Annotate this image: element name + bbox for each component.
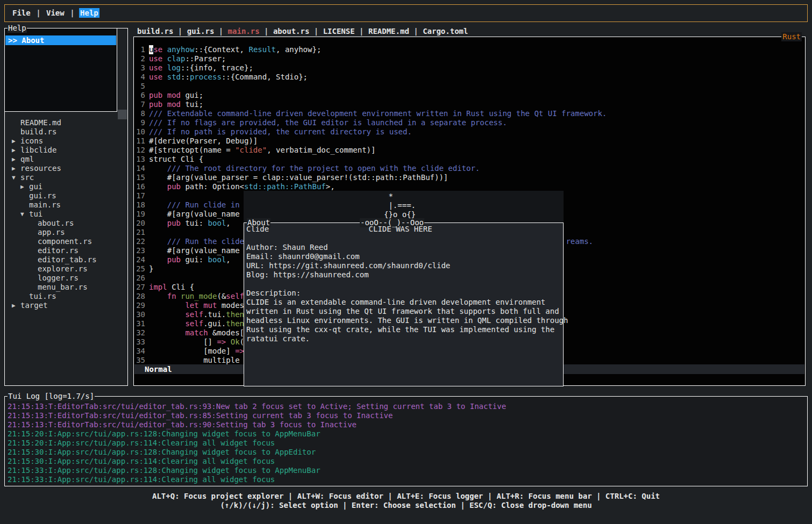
code-token: gui; (185, 91, 203, 100)
line-number: 21 (134, 228, 145, 237)
code-line[interactable]: 14 /// The root directory for the projec… (134, 164, 804, 173)
tree-indent (29, 237, 38, 246)
code-token: , verbatim_doc_comment)] (267, 146, 375, 155)
tree-item-src[interactable]: ▼src (5, 173, 127, 182)
code-token: std (167, 73, 181, 82)
code-token: ::{Context, (194, 45, 248, 54)
tree-item-label: app.rs (38, 228, 65, 237)
code-token: #[arg(value_name = (149, 210, 248, 219)
help-dropdown-title: Help (8, 24, 27, 33)
log-line-info: 21:15:20:I:App:src/tui/app.rs:128:Changi… (8, 429, 806, 439)
tab-README.md[interactable]: README.md (368, 27, 409, 35)
tree-item-label: README.md (20, 118, 61, 127)
code-line[interactable]: 16 pub path: Option<std::path::PathBuf>, (134, 182, 804, 191)
dropdown-item-about[interactable]: >> About (5, 35, 116, 45)
tree-item-gui.rs[interactable]: gui.rs (5, 191, 127, 200)
chevron-right-icon: ▶ (12, 155, 20, 164)
code-line[interactable]: 3use log::{info, trace}; (134, 63, 804, 73)
tree-indent (29, 228, 38, 237)
tree-item-explorer.rs[interactable]: explorer.rs (5, 264, 127, 274)
code-token: pub (149, 255, 185, 264)
about-popup: * |.===. {}o o{} About -ooO--(_)--Ooo Cl… (244, 191, 564, 386)
tree-item-gui[interactable]: ▶gui (5, 182, 127, 191)
code-line[interactable]: 1use anyhow::{Context, Result, anyhow}; (134, 45, 804, 54)
tree-indent (12, 118, 20, 127)
log-line-info: 21:15:30:I:App:src/tui/app.rs:128:Changi… (8, 448, 806, 457)
tree-item-label: menu_bar.rs (38, 283, 88, 292)
line-number: 16 (134, 182, 145, 191)
tab-main.rs[interactable]: main.rs (228, 27, 260, 35)
tree-item-main.rs[interactable]: main.rs (5, 200, 127, 210)
tab-gui.rs[interactable]: gui.rs (187, 27, 215, 35)
tree-item-build.rs[interactable]: build.rs (5, 127, 127, 137)
code-line[interactable]: 10/// If no path is provided, the curren… (134, 127, 804, 137)
tree-indent (12, 127, 20, 137)
tree-item-component.rs[interactable]: component.rs (5, 237, 127, 246)
code-token: /// Run clide in h (149, 200, 248, 210)
tab-about.rs[interactable]: about.rs (273, 27, 309, 35)
tree-indent (20, 200, 29, 210)
tab-separator: | (214, 27, 227, 35)
tree-item-resources[interactable]: ▶resources (5, 164, 127, 173)
tree-item-label: editor_tab.rs (38, 255, 97, 264)
code-token: pub mod (149, 91, 185, 100)
tree-item-label: build.rs (20, 127, 56, 137)
tab-build.rs[interactable]: build.rs (137, 27, 173, 35)
code-line[interactable]: 6pub mod gui; (134, 91, 804, 100)
code-token: use (149, 73, 167, 82)
tree-indent (20, 191, 29, 200)
tree-item-menu_bar.rs[interactable]: menu_bar.rs (5, 283, 127, 292)
code-token: Ok (231, 338, 240, 347)
code-token: let mut (149, 301, 222, 310)
tree-item-label: main.rs (29, 200, 61, 210)
code-line[interactable]: 5 (134, 82, 804, 91)
tree-item-editor_tab.rs[interactable]: editor_tab.rs (5, 255, 127, 264)
line-number: 2 (134, 54, 145, 63)
code-line[interactable]: 13struct Cli { (134, 155, 804, 164)
tree-item-qml[interactable]: ▶qml (5, 155, 127, 164)
menu-item-view[interactable]: View (45, 8, 66, 18)
tree-item-target[interactable]: ▶target (5, 301, 127, 310)
code-token: ::{info, trace}; (181, 63, 253, 73)
tab-separator: | (260, 27, 273, 35)
tree-item-tui[interactable]: ▼tui (5, 210, 127, 219)
code-token: .gui. (203, 319, 226, 328)
tree-item-label: gui.rs (29, 191, 56, 200)
tree-item-label: resources (20, 164, 61, 173)
tree-item-logger.rs[interactable]: logger.rs (5, 274, 127, 283)
code-line[interactable]: 2use clap::Parser; (134, 54, 804, 63)
code-line[interactable]: 12#[structopt(name = "clide", verbatim_d… (134, 146, 804, 155)
code-line[interactable]: 8/// Extendable command-line driven deve… (134, 109, 804, 118)
code-token: use (149, 54, 167, 63)
code-token: modes (222, 301, 244, 310)
code-token: [mode] (149, 347, 235, 356)
code-line[interactable]: 9/// If no flags are provided, the GUI e… (134, 118, 804, 127)
code-token: ::{Command, Stdio}; (222, 73, 308, 82)
tab-LICENSE[interactable]: LICENSE (323, 27, 355, 35)
tree-item-about.rs[interactable]: about.rs (5, 219, 127, 228)
tree-item-tui.rs[interactable]: tui.rs (5, 292, 127, 301)
code-token: pub mod (149, 100, 185, 109)
code-line[interactable]: 11#[derive(Parser, Debug)] (134, 137, 804, 146)
code-token: /// The root directory for the project t… (149, 164, 480, 173)
tree-item-app.rs[interactable]: app.rs (5, 228, 127, 237)
menu-item-file[interactable]: File (11, 8, 32, 18)
code-line[interactable]: 15 #[arg(value_parser = clap::value_pars… (134, 173, 804, 182)
code-line[interactable]: 4use std::process::{Command, Stdio}; (134, 73, 804, 82)
tree-item-editor.rs[interactable]: editor.rs (5, 246, 127, 255)
menu-item-help[interactable]: Help (79, 8, 99, 18)
tree-item-icons[interactable]: ▶icons (5, 137, 127, 146)
file-tree: README.mdbuild.rs▶icons▶libclide▶qml▶res… (5, 118, 127, 310)
explorer-scrollbar-thumb[interactable] (118, 110, 127, 119)
tree-indent (29, 274, 38, 283)
log-line-info: 21:15:20:I:App:src/tui/app.rs:114:Cleari… (8, 439, 806, 448)
code-token: "clide" (235, 146, 267, 155)
code-line[interactable]: 7pub mod tui; (134, 100, 804, 109)
code-token: run_mode (181, 292, 217, 301)
code-token: tui: (185, 219, 208, 228)
tree-item-README.md[interactable]: README.md (5, 118, 127, 127)
tree-item-libclide[interactable]: ▶libclide (5, 146, 127, 155)
tree-item-label: component.rs (38, 237, 92, 246)
tab-Cargo.toml[interactable]: Cargo.toml (423, 27, 468, 35)
line-number: 18 (134, 200, 145, 210)
